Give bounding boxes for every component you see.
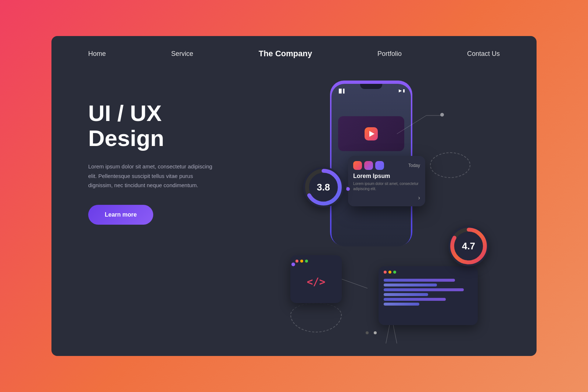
- svg-line-9: [386, 325, 390, 343]
- dot-green: [305, 260, 308, 263]
- code-card-small: </>: [290, 255, 342, 303]
- chevron-right-icon[interactable]: ›: [418, 195, 420, 201]
- connector-dot-2: [291, 263, 295, 266]
- app-icon-3: [375, 161, 384, 170]
- nav-contact[interactable]: Contact Us: [467, 50, 500, 58]
- nav-brand: The Company: [259, 49, 312, 58]
- rating-value-4-7: 4.7: [462, 240, 475, 252]
- app-icon-group: [353, 161, 384, 170]
- play-triangle-icon: [369, 131, 374, 137]
- nav-home[interactable]: Home: [88, 50, 106, 58]
- play-button[interactable]: [365, 127, 378, 140]
- dashed-decoration-bottom: [290, 303, 342, 332]
- svg-line-10: [393, 325, 397, 343]
- phone-video-card: [338, 116, 404, 151]
- large-code-dots: [384, 271, 396, 274]
- dot-yellow: [300, 260, 303, 263]
- navbar: Home Service The Company Portfolio Conta…: [51, 36, 537, 71]
- battery-icon: ▶ ▮: [399, 88, 405, 93]
- code-line-2: [384, 284, 437, 286]
- app-card-header: Today: [353, 161, 420, 170]
- code-card-large: [379, 266, 478, 325]
- hero-description: Lorem ipsum dolor sit amet, consectetur …: [88, 162, 213, 190]
- nav-portfolio[interactable]: Portfolio: [377, 50, 402, 58]
- hero-left: UI / UX Design Lorem ipsum dolor sit ame…: [88, 79, 243, 225]
- hero-right: ▐▌▌ ▶ ▮: [243, 79, 500, 354]
- code-card-dots: [295, 260, 308, 263]
- bottom-dot-1: [366, 331, 369, 334]
- hero-title: UI / UX Design: [88, 101, 243, 151]
- dashed-decoration-top: [430, 152, 470, 178]
- bottom-dots-row: [366, 331, 377, 334]
- rating-value-3-8: 3.8: [317, 182, 330, 193]
- app-icon-2: [364, 161, 373, 170]
- code-line-4: [384, 293, 428, 296]
- large-dot-green: [393, 271, 396, 274]
- signal-icon: ▐▌▌: [337, 89, 346, 93]
- rating-circle-3-8: 3.8: [303, 167, 344, 207]
- code-line-3: [384, 288, 464, 291]
- svg-point-11: [440, 113, 444, 117]
- svg-line-8: [342, 279, 368, 288]
- connector-dot-1: [346, 187, 350, 191]
- code-line-5: [384, 298, 446, 301]
- learn-more-button[interactable]: Learn more: [88, 205, 153, 225]
- code-line-6: [384, 303, 419, 306]
- app-today-label: Today: [408, 163, 420, 168]
- large-dot-red: [384, 271, 387, 274]
- app-card: Today Lorem Ipsum Lorem ipsum dolor sit …: [348, 156, 425, 206]
- bottom-dot-2: [374, 331, 377, 334]
- app-card-description: Lorem ipsum dolor sit amet, consectetur …: [353, 181, 420, 192]
- rating-circle-4-7: 4.7: [448, 226, 489, 266]
- large-dot-yellow: [388, 271, 391, 274]
- main-container: Home Service The Company Portfolio Conta…: [51, 36, 537, 356]
- app-card-footer: ›: [353, 195, 420, 201]
- code-lines-group: [384, 279, 473, 306]
- code-line-1: [384, 279, 455, 282]
- app-card-title: Lorem Ipsum: [353, 173, 420, 179]
- dot-red: [295, 260, 298, 263]
- nav-service[interactable]: Service: [171, 50, 193, 58]
- phone-notch: [360, 84, 382, 89]
- app-icon-1: [353, 161, 362, 170]
- code-symbol: </>: [307, 276, 326, 288]
- hero-section: UI / UX Design Lorem ipsum dolor sit ame…: [51, 71, 537, 354]
